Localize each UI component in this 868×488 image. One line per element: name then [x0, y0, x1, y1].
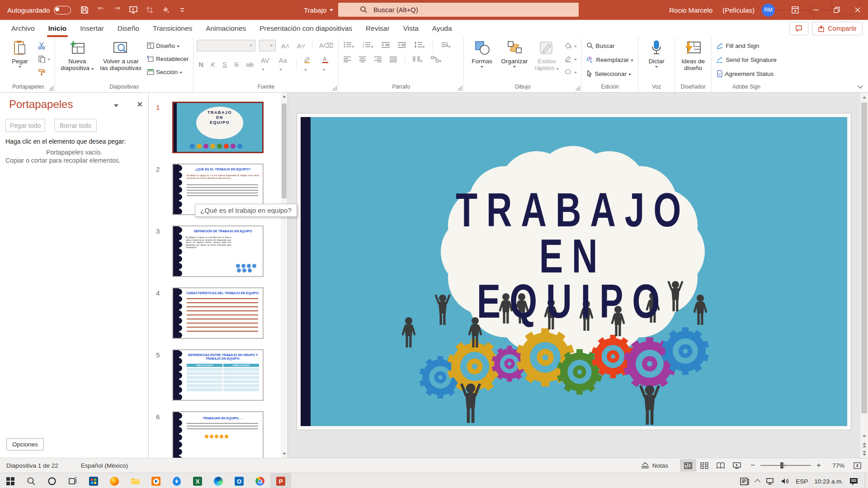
energy-app-icon[interactable] — [166, 473, 187, 488]
strikethrough-button[interactable]: S — [232, 60, 241, 69]
arrange-button[interactable]: Organizar — [499, 38, 530, 69]
font-dialog-launcher-icon[interactable] — [332, 86, 337, 90]
fit-slide-to-window-icon[interactable] — [849, 459, 865, 472]
clipboard-dialog-launcher-icon[interactable] — [49, 86, 53, 90]
send-for-signature-button[interactable]: x Send for Signature — [715, 54, 778, 65]
edge-icon[interactable] — [208, 473, 229, 488]
close-button[interactable] — [847, 0, 868, 20]
change-case-button[interactable]: Aa — [277, 56, 291, 73]
slideshow-view-button[interactable] — [729, 459, 745, 472]
new-slide-button[interactable]: Nueva diapositiva — [58, 38, 96, 73]
language-indicator[interactable]: Español (México) — [81, 462, 128, 469]
tab-insertar[interactable]: Insertar — [73, 20, 111, 37]
agreement-status-button[interactable]: Agreement Status — [715, 68, 778, 79]
decrease-font-icon[interactable]: A˅ — [295, 41, 307, 51]
microsoft-store-icon[interactable] — [83, 473, 104, 488]
select-button[interactable]: Seleccionar — [585, 68, 635, 79]
pane-menu-icon[interactable] — [114, 104, 118, 107]
text-direction-icon[interactable] — [439, 41, 453, 50]
autosave-toggle[interactable] — [54, 6, 71, 14]
tab-diseno[interactable]: Diseño — [111, 20, 146, 37]
increase-font-icon[interactable]: A˄ — [279, 41, 292, 51]
canvas-scrollbar[interactable] — [860, 93, 868, 458]
share-button[interactable]: Compartir — [812, 22, 863, 35]
text-shadow-button[interactable]: ab — [244, 60, 255, 69]
zoom-slider[interactable] — [760, 465, 811, 466]
cut-icon[interactable] — [37, 40, 52, 51]
thumbnail-slide-3[interactable]: 3 DEFINICIÓN DE TRABAJO EN EQUIPO El tra… — [149, 225, 288, 277]
tab-revisar[interactable]: Revisar — [359, 20, 396, 37]
options-button[interactable]: Opciones — [6, 438, 44, 450]
line-spacing-icon[interactable] — [412, 41, 427, 50]
show-desktop-button[interactable] — [865, 473, 868, 488]
autosave-control[interactable]: Autoguardado — [7, 6, 71, 14]
tray-expand-icon[interactable] — [752, 473, 763, 488]
design-ideas-button[interactable]: Ideas de diseño — [678, 38, 708, 73]
clear-all-button[interactable]: Borrar todo — [54, 119, 97, 132]
slide-indicator[interactable]: Diapositiva 1 de 22 — [6, 462, 58, 469]
cortana-button[interactable] — [42, 473, 62, 488]
copy-icon[interactable] — [37, 53, 52, 64]
volume-icon[interactable] — [778, 473, 793, 488]
paste-button[interactable]: Pegar — [5, 38, 35, 69]
scroll-down-icon[interactable] — [860, 432, 868, 441]
fill-and-sign-button[interactable]: Fill and Sign — [715, 40, 778, 51]
italic-button[interactable]: K — [209, 60, 217, 69]
task-view-button[interactable] — [62, 473, 83, 488]
dictate-button[interactable]: Dictar — [642, 38, 671, 69]
align-right-icon[interactable] — [373, 55, 383, 65]
replace-button[interactable]: bc Reemplazar — [585, 54, 635, 65]
thumbnail-slide-4[interactable]: 4 CARACTERÍSTICAS DEL TRABAJO EN EQUIPO: — [149, 287, 288, 339]
crop-icon[interactable] — [142, 3, 157, 17]
previous-slide-button[interactable] — [860, 441, 868, 449]
decrease-indent-icon[interactable] — [380, 41, 392, 50]
quick-styles-button[interactable]: Estilos rápidos — [532, 38, 561, 73]
restore-button[interactable] — [826, 0, 847, 20]
redo-icon[interactable] — [110, 3, 124, 17]
outlook-icon[interactable]: O — [229, 473, 250, 488]
shapes-button[interactable]: Formas — [467, 38, 497, 69]
zoom-out-button[interactable]: − — [749, 461, 757, 470]
increase-indent-icon[interactable] — [396, 41, 408, 50]
powerpoint-icon[interactable]: P — [270, 473, 291, 488]
start-button[interactable] — [0, 473, 21, 488]
tab-ayuda[interactable]: Ayuda — [425, 20, 459, 37]
highlight-color-icon[interactable] — [302, 55, 317, 73]
shape-fill-mini-icon[interactable] — [563, 40, 578, 51]
taskbar-search-button[interactable] — [21, 473, 42, 488]
reset-slide-button[interactable]: Restablecer — [146, 53, 190, 64]
clock[interactable]: 10:23 a.m. — [811, 473, 846, 488]
drawing-dialog-launcher-icon[interactable] — [576, 86, 580, 90]
input-language-indicator[interactable]: ESP — [793, 473, 811, 488]
find-button[interactable]: Buscar — [585, 40, 635, 51]
underline-button[interactable]: S — [221, 60, 229, 69]
action-center-icon[interactable] — [846, 473, 861, 488]
next-slide-button[interactable] — [860, 449, 868, 458]
document-title[interactable]: Trabajo — [304, 6, 333, 14]
bullets-icon[interactable] — [342, 41, 356, 50]
comments-button[interactable] — [789, 22, 808, 35]
clear-formatting-icon[interactable]: A⌫ — [317, 41, 335, 51]
font-color-icon[interactable]: A — [320, 55, 335, 73]
pane-close-icon[interactable]: ✕ — [135, 100, 145, 110]
zoom-level[interactable]: 77% — [826, 462, 844, 469]
tab-inicio[interactable]: Inicio — [42, 20, 73, 37]
thumbnail-scrollbar-thumb[interactable] — [282, 103, 287, 198]
start-slideshow-icon[interactable] — [126, 3, 141, 17]
thumbnail-slide-1[interactable]: 1 TRABAJO EN EQUIPO — [149, 102, 288, 153]
zoom-in-button[interactable]: + — [815, 461, 823, 470]
align-center-icon[interactable] — [357, 55, 368, 65]
tab-vista[interactable]: Vista — [396, 20, 425, 37]
user-name[interactable]: Rocio Marcelo — [669, 6, 712, 14]
tab-animaciones[interactable]: Animaciones — [199, 20, 253, 37]
canvas-scrollbar-thumb[interactable] — [861, 103, 867, 413]
slide-layout-button[interactable]: Diseño — [146, 40, 190, 51]
network-icon[interactable] — [763, 473, 778, 488]
account-label[interactable]: (Películas) — [722, 6, 755, 14]
character-spacing-button[interactable]: AV — [259, 56, 274, 73]
collapse-ribbon-icon[interactable] — [857, 85, 863, 89]
tab-transiciones[interactable]: Transiciones — [146, 20, 199, 37]
slide-1-canvas[interactable]: TRABAJO EN EQUIPO — [297, 113, 851, 430]
file-explorer-icon[interactable] — [125, 473, 146, 488]
justify-icon[interactable] — [388, 55, 399, 65]
